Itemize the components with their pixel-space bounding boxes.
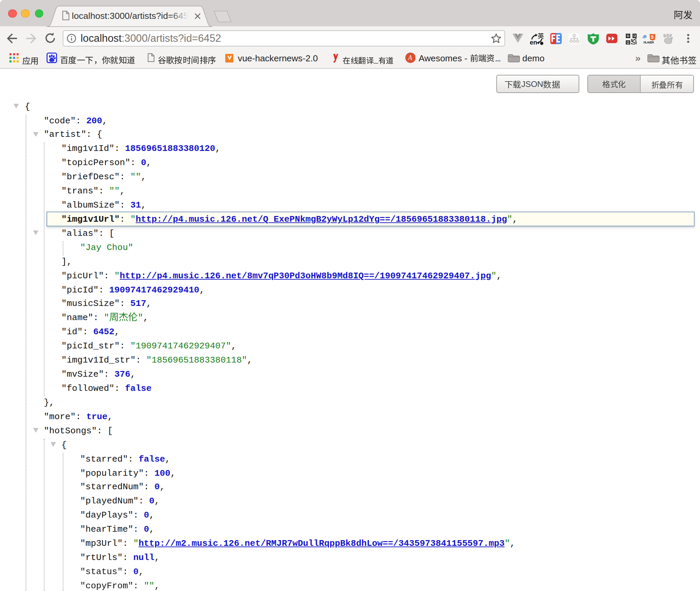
svg-text:PLAYER: PLAYER — [643, 40, 654, 44]
svg-text:A: A — [407, 54, 412, 62]
svg-text:5: 5 — [651, 34, 653, 40]
svg-text:en: en — [530, 38, 537, 45]
